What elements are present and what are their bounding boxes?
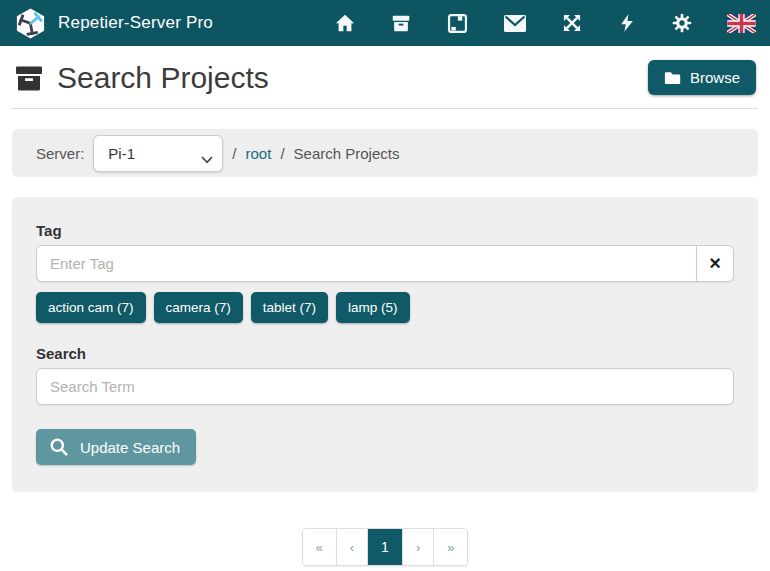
tag-button[interactable]: camera (7) — [154, 292, 243, 323]
fullscreen-icon[interactable] — [561, 12, 583, 34]
tag-button[interactable]: tablet (7) — [251, 292, 328, 323]
page-header: Search Projects Browse — [12, 46, 758, 109]
breadcrumb-current: Search Projects — [294, 145, 400, 162]
page-title: Search Projects — [57, 61, 269, 95]
breadcrumb-separator: / — [280, 145, 284, 162]
page-last-button[interactable]: » — [433, 529, 467, 565]
server-select[interactable]: Pi-1 — [93, 135, 223, 172]
close-icon: × — [709, 252, 721, 274]
tag-label: Tag — [36, 222, 734, 239]
messages-icon[interactable] — [503, 14, 527, 33]
page-prev-button[interactable]: ‹ — [336, 529, 367, 565]
navbar-icons — [300, 12, 756, 35]
server-label: Server: — [36, 145, 84, 162]
breadcrumb-separator: / — [232, 145, 236, 162]
browse-label: Browse — [690, 69, 740, 86]
page-first-button[interactable]: « — [303, 529, 336, 565]
projects-icon[interactable] — [390, 12, 412, 34]
breadcrumb-root-link[interactable]: root — [246, 145, 272, 162]
pagination: « ‹ 1 › » — [0, 528, 770, 566]
brand[interactable]: Repetier-Server Pro — [14, 7, 213, 40]
search-icon — [49, 437, 69, 457]
page-next-button[interactable]: › — [402, 529, 433, 565]
repetier-logo-icon — [14, 7, 47, 40]
update-search-label: Update Search — [80, 439, 180, 456]
tag-input[interactable] — [36, 245, 697, 282]
tag-button[interactable]: lamp (5) — [336, 292, 410, 323]
home-icon[interactable] — [334, 12, 356, 34]
page-number-button[interactable]: 1 — [367, 529, 402, 565]
clear-tag-button[interactable]: × — [696, 245, 734, 282]
power-icon[interactable] — [617, 12, 637, 34]
search-projects-card: Tag × action cam (7) camera (7) tablet (… — [12, 197, 758, 491]
tag-input-group: × — [36, 245, 734, 282]
search-label: Search — [36, 345, 734, 362]
printer-icon[interactable] — [446, 12, 469, 35]
language-flag-uk-icon[interactable] — [727, 14, 756, 33]
tag-suggestions: action cam (7) camera (7) tablet (7) lam… — [36, 292, 734, 323]
update-search-button[interactable]: Update Search — [36, 429, 196, 465]
breadcrumb: Server: Pi-1 / root / Search Projects — [12, 129, 758, 177]
search-input[interactable] — [36, 368, 734, 405]
tag-button[interactable]: action cam (7) — [36, 292, 146, 323]
projects-title-icon — [14, 63, 44, 93]
folder-icon — [664, 71, 681, 85]
top-navbar: Repetier-Server Pro — [0, 0, 770, 46]
settings-icon[interactable] — [671, 12, 693, 34]
brand-title: Repetier-Server Pro — [58, 13, 213, 33]
browse-button[interactable]: Browse — [648, 60, 756, 95]
